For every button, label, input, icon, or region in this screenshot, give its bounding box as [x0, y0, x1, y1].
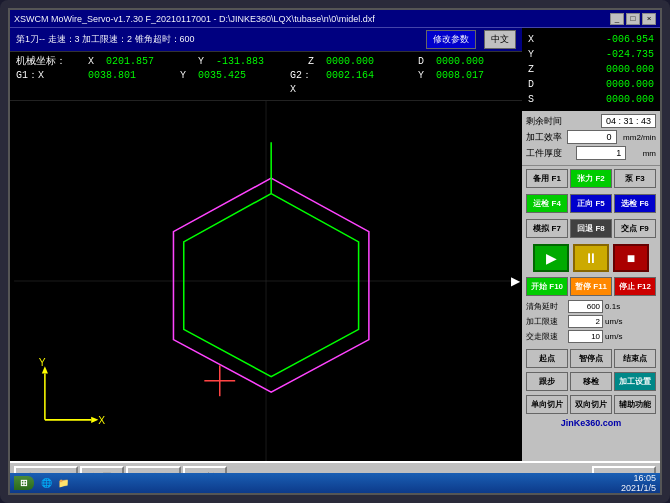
- play-button[interactable]: ▶: [533, 244, 569, 272]
- stop-button[interactable]: ■: [613, 244, 649, 272]
- xy-y-val: -024.735: [606, 47, 654, 62]
- single-slice-button[interactable]: 单向切片: [526, 395, 568, 414]
- button-row-2: 运检 F4 正向 F5 选检 F6: [522, 191, 660, 216]
- g1-label: G1：X: [16, 69, 76, 97]
- info-section: 剩余时间 04 : 31 : 43 加工效率 0 mm2/min 工件厚度 1 …: [522, 111, 660, 166]
- coord-z-label: Z: [308, 55, 314, 69]
- efficiency-val: 0: [567, 130, 617, 144]
- xy-row-z: Z 0000.000: [528, 62, 654, 77]
- hex-outer: [173, 178, 368, 392]
- g2-x-val: 0002.164: [326, 69, 406, 97]
- taskbar-folder-icon[interactable]: 📁: [58, 478, 69, 488]
- f6-button[interactable]: 选检 F6: [614, 194, 656, 213]
- g1-x-val: 0038.801: [88, 69, 168, 97]
- bottom-grid-2: 跟步 移检 加工设置: [522, 370, 660, 393]
- coord-row-1: 机械坐标： X 0201.857 Y -131.883 Z 0000.000 D…: [16, 55, 516, 69]
- efficiency-unit: mm2/min: [623, 133, 656, 142]
- close-button[interactable]: ×: [642, 13, 656, 25]
- param-speed-input[interactable]: [568, 315, 603, 328]
- language-button[interactable]: 中文: [484, 30, 516, 49]
- process-settings-button[interactable]: 加工设置: [614, 372, 656, 391]
- clock-date: 2021/1/5: [621, 483, 656, 493]
- param-row-2: 加工限速 um/s: [526, 315, 656, 328]
- f11-button[interactable]: 暂停 F11: [570, 277, 612, 296]
- param-travel-label: 交走限速: [526, 331, 566, 342]
- xy-s-val: 0000.000: [606, 92, 654, 107]
- title-bar-text: XSWCM MoWire_Servo-v1.7.30 F_20210117001…: [14, 14, 608, 24]
- modify-params-button[interactable]: 修改参数: [426, 30, 476, 49]
- button-row-1: 备用 F1 张力 F2 泵 F3: [522, 166, 660, 191]
- main-content: 第1刀-- 走速：3 加工限速：2 锥角超时：600 修改参数 中文 机械坐标：…: [10, 28, 660, 461]
- g2-y-label: Y: [418, 69, 424, 97]
- f2-button[interactable]: 张力 F2: [570, 169, 612, 188]
- end-point-button[interactable]: 结束点: [614, 349, 656, 368]
- f8-button[interactable]: 回退 F8: [570, 219, 612, 238]
- hex-inner: [184, 194, 359, 377]
- coord-x-val: 0201.857: [106, 55, 186, 69]
- website-text: JinKe360.com: [522, 416, 660, 430]
- xy-x-label: X: [528, 32, 534, 47]
- coord-x-label: X: [88, 55, 94, 69]
- bottom-grid-3: 单向切片 双向切片 辅助功能: [522, 393, 660, 416]
- f3-button[interactable]: 泵 F3: [614, 169, 656, 188]
- scroll-arrow[interactable]: ▶: [511, 274, 520, 288]
- xy-d-val: 0000.000: [606, 77, 654, 92]
- start-button[interactable]: ⊞: [14, 476, 34, 490]
- f5-button[interactable]: 正向 F5: [570, 194, 612, 213]
- action-row: 开始 F10 暂停 F11 停止 F12: [522, 275, 660, 298]
- machine-coord-label: 机械坐标：: [16, 55, 76, 69]
- left-panel: 第1刀-- 走速：3 加工限速：2 锥角超时：600 修改参数 中文 机械坐标：…: [10, 28, 522, 461]
- g2-label: G2：X: [290, 69, 314, 97]
- move-check-button[interactable]: 移检: [570, 372, 612, 391]
- title-bar: XSWCM MoWire_Servo-v1.7.30 F_20210117001…: [10, 10, 660, 28]
- param-delay-unit: 0.1s: [605, 302, 620, 311]
- param-speed-label: 加工限速: [526, 316, 566, 327]
- start-label: ⊞: [20, 478, 28, 488]
- coord-y-val: -131.883: [216, 55, 296, 69]
- f4-button[interactable]: 运检 F4: [526, 194, 568, 213]
- coord-z-val: 0000.000: [326, 55, 406, 69]
- f9-button[interactable]: 交点 F9: [614, 219, 656, 238]
- remaining-time-label: 剩余时间: [526, 115, 562, 128]
- xy-row-s: S 0000.000: [528, 92, 654, 107]
- param-speed-unit: um/s: [605, 317, 622, 326]
- start-point-button[interactable]: 起点: [526, 349, 568, 368]
- xy-row-x: X -006.954: [528, 32, 654, 47]
- f10-button[interactable]: 开始 F10: [526, 277, 568, 296]
- svg-text:Y: Y: [39, 357, 46, 368]
- xy-d-label: D: [528, 77, 534, 92]
- playback-controls: ▶ ⏸ ■: [522, 241, 660, 275]
- maximize-button[interactable]: □: [626, 13, 640, 25]
- system-clock: 16:05 2021/1/5: [621, 473, 656, 493]
- aux-function-button[interactable]: 辅助功能: [614, 395, 656, 414]
- pause-button[interactable]: ⏸: [573, 244, 609, 272]
- xy-x-val: -006.954: [606, 32, 654, 47]
- svg-text:X: X: [98, 415, 105, 426]
- g2-y-val: 0008.017: [436, 69, 516, 97]
- minimize-button[interactable]: _: [610, 13, 624, 25]
- button-row-3: 模拟 F7 回退 F8 交点 F9: [522, 216, 660, 241]
- g1-y-val: 0035.425: [198, 69, 278, 97]
- param-section: 清角延时 0.1s 加工限速 um/s 交走限速 um/s: [522, 298, 660, 347]
- info-bar: 第1刀-- 走速：3 加工限速：2 锥角超时：600 修改参数 中文: [10, 28, 522, 52]
- follow-button[interactable]: 跟步: [526, 372, 568, 391]
- param-travel-unit: um/s: [605, 332, 622, 341]
- xy-row-y: Y -024.735: [528, 47, 654, 62]
- screen: XSWCM MoWire_Servo-v1.7.30 F_20210117001…: [8, 8, 662, 495]
- smart-stop-button[interactable]: 智停点: [570, 349, 612, 368]
- f1-button[interactable]: 备用 F1: [526, 169, 568, 188]
- f12-button[interactable]: 停止 F12: [614, 277, 656, 296]
- right-panel: X -006.954 Y -024.735 Z 0000.000 D 0000.…: [522, 28, 660, 461]
- taskbar-ie-icon[interactable]: 🌐: [41, 478, 52, 488]
- xy-row-d: D 0000.000: [528, 77, 654, 92]
- remaining-time-val: 04 : 31 : 43: [601, 114, 656, 128]
- f7-button[interactable]: 模拟 F7: [526, 219, 568, 238]
- g1-y-label: Y: [180, 69, 186, 97]
- drawing-canvas: X Y ▶: [10, 101, 522, 461]
- param-delay-input[interactable]: [568, 300, 603, 313]
- depth-val: 1: [576, 146, 626, 160]
- windows-taskbar: ⊞ 🌐 📁 16:05 2021/1/5: [10, 473, 660, 493]
- depth-row: 工件厚度 1 mm: [526, 146, 656, 160]
- dual-slice-button[interactable]: 双向切片: [570, 395, 612, 414]
- param-travel-input[interactable]: [568, 330, 603, 343]
